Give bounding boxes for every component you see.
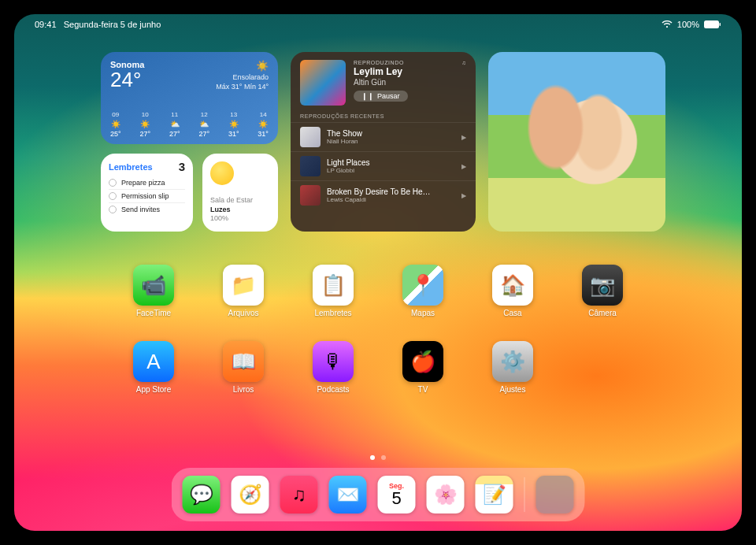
weather-icon: ☀️ bbox=[111, 120, 120, 128]
dock-safari[interactable]: 🧭 bbox=[232, 476, 269, 513]
home-device: Luzes bbox=[210, 206, 270, 215]
app-podcasts[interactable]: 🎙 Podcasts bbox=[313, 341, 354, 394]
weather-temp: 24° bbox=[110, 69, 144, 90]
dock-notas[interactable]: 📝 bbox=[476, 476, 513, 513]
weather-icon: ☀️ bbox=[258, 120, 268, 128]
app-icon: 📁 bbox=[223, 265, 264, 306]
app-mapas[interactable]: 📍 Mapas bbox=[402, 265, 443, 317]
app-label: Câmera bbox=[588, 309, 617, 317]
app-label: Ajustes bbox=[500, 385, 526, 394]
weather-icon: ☀️ bbox=[229, 120, 239, 128]
now-playing-label: REPRODUZINDO bbox=[354, 60, 404, 65]
play-icon: ▶ bbox=[461, 134, 466, 141]
app-icon: 📖 bbox=[223, 341, 264, 382]
forecast-hour: 09 ☀️ 25° bbox=[110, 111, 121, 138]
svg-rect-0 bbox=[704, 20, 719, 28]
dock: 💬🧭♫✉️Seg.5🌸📝 bbox=[172, 468, 585, 521]
status-time: 09:41 bbox=[35, 20, 57, 29]
app-label: TV bbox=[418, 385, 428, 394]
weather-widget[interactable]: Sonoma 24° ☀️ Ensolarado Máx 31° Mín 14°… bbox=[101, 52, 278, 144]
app-label: App Store bbox=[136, 385, 171, 394]
play-icon: ▶ bbox=[461, 192, 466, 199]
app-icon: 📍 bbox=[402, 265, 443, 306]
svg-rect-1 bbox=[720, 23, 721, 26]
battery-pct: 100% bbox=[677, 20, 699, 29]
app-icon: 📷 bbox=[582, 265, 623, 306]
app-icon: A bbox=[133, 341, 174, 382]
widget-area: Sonoma 24° ☀️ Ensolarado Máx 31° Mín 14°… bbox=[101, 52, 668, 232]
status-left: 09:41 Segunda-feira 5 de junho bbox=[35, 20, 161, 29]
battery-icon bbox=[704, 20, 721, 28]
app-label: Lembretes bbox=[314, 309, 351, 317]
app-casa[interactable]: 🏠 Casa bbox=[492, 265, 533, 317]
app-icon: 📋 bbox=[313, 265, 354, 306]
play-icon: ▶ bbox=[461, 163, 466, 170]
lightbulb-icon bbox=[210, 161, 234, 185]
recent-label: REPRODUÇÕES RECENTES bbox=[291, 113, 476, 122]
sun-icon: ☀️ bbox=[216, 60, 269, 73]
reminders-count: 3 bbox=[179, 160, 185, 173]
app-icon: 📹 bbox=[133, 265, 174, 306]
device-frame: 09:41 Segunda-feira 5 de junho 100% Sono… bbox=[0, 0, 756, 545]
app-tv[interactable]: 🍎 TV bbox=[402, 341, 443, 394]
pause-icon: ❙❙ bbox=[361, 92, 374, 100]
now-playing-artist: Altin Gün bbox=[354, 78, 466, 87]
home-widget[interactable]: Sala de Estar Luzes 100% bbox=[202, 154, 278, 232]
app-label: FaceTime bbox=[136, 309, 171, 317]
app-label: Casa bbox=[503, 309, 521, 317]
now-playing-title: Leylim Ley bbox=[354, 66, 466, 77]
reminder-item[interactable]: Permission slip bbox=[109, 189, 185, 202]
page-dot[interactable] bbox=[370, 455, 375, 460]
app-arquivos[interactable]: 📁 Arquivos bbox=[223, 265, 264, 317]
track-art bbox=[300, 185, 321, 206]
weather-icon: ⛅ bbox=[170, 120, 180, 128]
app-label: Mapas bbox=[411, 309, 435, 317]
recent-track[interactable]: Broken By Desire To Be He… Lewis Capaldi… bbox=[291, 180, 476, 209]
reminder-item[interactable]: Send invites bbox=[109, 202, 185, 216]
track-art bbox=[300, 127, 321, 147]
dock-calendário[interactable]: Seg.5 bbox=[378, 476, 416, 513]
app-facetime[interactable]: 📹 FaceTime bbox=[133, 265, 174, 317]
app-icon: ⚙️ bbox=[492, 341, 533, 382]
app-ajustes[interactable]: ⚙️ Ajustes bbox=[492, 341, 533, 394]
pause-button[interactable]: ❙❙ Pausar bbox=[354, 91, 408, 102]
app-grid: 📹 FaceTime 📁 Arquivos 📋 Lembretes 📍 Mapa… bbox=[14, 265, 742, 394]
weather-hilo: Máx 31° Mín 14° bbox=[216, 83, 269, 92]
dock-app-library[interactable] bbox=[536, 476, 574, 513]
app-icon: 🏠 bbox=[492, 265, 533, 306]
status-date: Segunda-feira 5 de junho bbox=[64, 20, 161, 29]
reminders-widget[interactable]: Lembretes 3 Prepare pizza Permission sli… bbox=[101, 154, 193, 232]
home-screen[interactable]: 09:41 Segunda-feira 5 de junho 100% Sono… bbox=[14, 14, 742, 531]
music-widget[interactable]: REPRODUZINDO ♫ Leylim Ley Altin Gün ❙❙ P… bbox=[291, 52, 476, 232]
app-lembretes[interactable]: 📋 Lembretes bbox=[313, 265, 354, 317]
app-livros[interactable]: 📖 Livros bbox=[223, 341, 264, 394]
dock-fotos[interactable]: 🌸 bbox=[427, 476, 465, 513]
reminders-title: Lembretes bbox=[109, 162, 153, 172]
reminder-item[interactable]: Prepare pizza bbox=[109, 176, 185, 189]
app-label: Arquivos bbox=[228, 309, 259, 317]
page-dot[interactable] bbox=[381, 455, 386, 460]
checkbox-icon[interactable] bbox=[109, 206, 117, 213]
forecast-hour: 10 ☀️ 27° bbox=[139, 111, 150, 138]
weather-icon: ⛅ bbox=[199, 120, 209, 128]
status-right: 100% bbox=[662, 20, 721, 29]
forecast-hour: 14 ☀️ 31° bbox=[258, 111, 269, 138]
weather-forecast: 09 ☀️ 25° 10 ☀️ 27° 11 ⛅ 27° 12 ⛅ 27° 13… bbox=[110, 111, 269, 138]
dock-mail[interactable]: ✉️ bbox=[329, 476, 367, 513]
photos-widget[interactable] bbox=[488, 52, 665, 232]
app-câmera[interactable]: 📷 Câmera bbox=[582, 265, 623, 317]
now-playing-art bbox=[300, 60, 346, 106]
recent-track[interactable]: The Show Niall Horan ▶ bbox=[291, 122, 476, 151]
wifi-icon bbox=[662, 20, 673, 28]
checkbox-icon[interactable] bbox=[109, 192, 117, 200]
app-app store[interactable]: A App Store bbox=[133, 341, 174, 394]
app-icon: 🎙 bbox=[313, 341, 354, 382]
home-level: 100% bbox=[210, 214, 270, 224]
page-indicator[interactable] bbox=[370, 455, 386, 460]
checkbox-icon[interactable] bbox=[109, 179, 117, 187]
recent-track[interactable]: Light Places LP Giobbi ▶ bbox=[291, 151, 476, 180]
dock-mensagens[interactable]: 💬 bbox=[183, 476, 220, 513]
dock-música[interactable]: ♫ bbox=[280, 476, 318, 513]
weather-icon: ☀️ bbox=[140, 120, 150, 128]
dock-separator bbox=[524, 477, 525, 512]
